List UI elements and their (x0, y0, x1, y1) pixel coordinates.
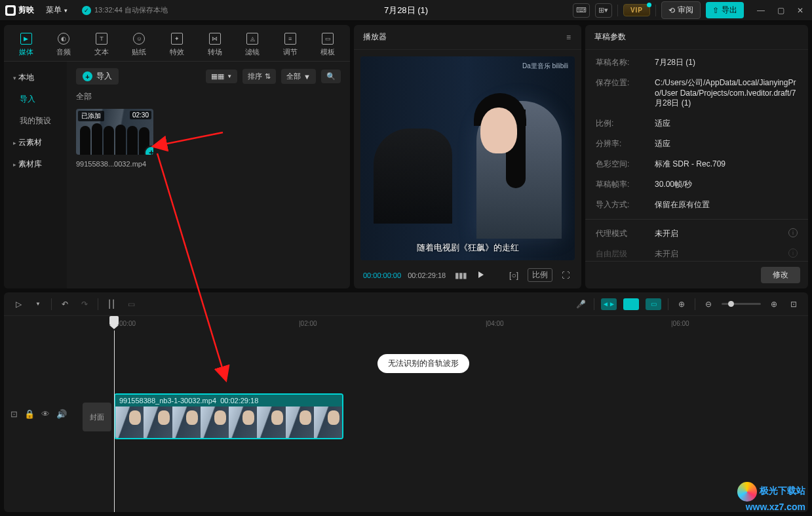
media-body: 本地 导入 我的预设 云素材 素材库 + 导入 ▦▦▼ 排序 ⇅ 全部 ▼ 🔍 (4, 62, 350, 288)
lock-icon[interactable]: 🔒 (24, 409, 35, 419)
snap-toggle-1[interactable]: ◄► (601, 298, 617, 310)
video-caption: 随着电视剧《狂飙》的走红 (360, 242, 575, 254)
zoom-out-icon[interactable]: ⊖ (702, 300, 715, 309)
tab-label: 音频 (56, 47, 71, 57)
redo-button[interactable]: ↷ (78, 300, 91, 309)
sidebar-import[interactable]: 导入 (4, 89, 67, 110)
info-icon[interactable]: i (788, 228, 798, 237)
timeline-right-tools: 🎤 ◄► ▭ ⊕ ⊖ ⊕ ⊡ (574, 298, 800, 310)
focus-icon[interactable]: [○] (507, 269, 521, 281)
text-icon: T (96, 33, 107, 45)
snap-toggle-3[interactable]: ▭ (646, 298, 661, 310)
ratio-button[interactable]: 比例 (528, 268, 552, 282)
tab-effects[interactable]: ✦特效 (159, 29, 195, 61)
keyboard-icon[interactable]: ⌨ (573, 3, 590, 18)
view-toggle[interactable]: ▦▦▼ (206, 69, 237, 83)
undo-button[interactable]: ↶ (58, 300, 71, 309)
review-icon: ⟲ (668, 6, 675, 15)
play-icon (478, 271, 484, 278)
sort-button[interactable]: 排序 ⇅ (242, 69, 276, 84)
sidebar-cloud[interactable]: 云素材 (4, 132, 67, 153)
tool-dropdown[interactable]: ▼ (31, 301, 45, 307)
logo-icon (5, 5, 16, 16)
export-button[interactable]: ⇧ 导出 (706, 2, 744, 18)
app-logo: 剪映 (5, 5, 34, 16)
separator (655, 5, 656, 16)
snap-toggle-2[interactable] (623, 298, 639, 310)
playhead-handle[interactable] (109, 316, 119, 329)
video-clip[interactable]: 991558388_nb3-1-30032.mp4 00:02:29:18 (114, 393, 343, 439)
cover-button[interactable]: 封面 (83, 403, 111, 431)
close-button[interactable]: ✕ (794, 6, 807, 15)
zoom-slider[interactable] (722, 303, 761, 305)
info-icon[interactable]: i (788, 248, 798, 258)
search-button[interactable]: 🔍 (321, 69, 341, 83)
maximize-button[interactable]: ▢ (774, 6, 787, 15)
audio-icon: ◐ (58, 33, 69, 45)
tab-sticker[interactable]: ☺贴纸 (121, 29, 158, 61)
tab-text[interactable]: T文本 (83, 29, 120, 61)
export-label: 导出 (722, 5, 737, 16)
total-time: 00:02:29:18 (408, 271, 446, 279)
menu-button[interactable]: 菜单 (41, 3, 73, 17)
tab-media[interactable]: ▶媒体 (8, 29, 45, 61)
tab-label: 特效 (170, 47, 184, 57)
edit-button[interactable]: 修改 (761, 267, 800, 283)
align-icon[interactable]: ⊕ (675, 300, 688, 309)
effects-icon: ✦ (171, 33, 183, 45)
prop-value: 7月28日 (1) (655, 57, 798, 68)
delete-tool[interactable]: ▭ (125, 300, 138, 309)
timeline-ruler[interactable]: 00:00 |02:00 |04:00 |06:00 (4, 316, 808, 330)
import-button[interactable]: + 导入 (76, 68, 119, 85)
site-logo-icon (737, 482, 757, 502)
prop-value: 未开启 (655, 248, 788, 260)
props-body: 草稿名称:7月28日 (1) 保存位置:C:/Users/公司/AppData/… (585, 50, 808, 261)
mic-icon[interactable]: 🎤 (574, 300, 587, 309)
warning-bubble: 无法识别的音轨波形 (377, 354, 469, 373)
player-viewport[interactable]: Da里音乐 bilibili 随着电视剧《狂飙》的走红 (360, 56, 575, 260)
minimize-button[interactable]: — (754, 6, 767, 15)
sidebar-library[interactable]: 素材库 (4, 153, 67, 175)
filter-all-button[interactable]: 全部 ▼ (281, 69, 316, 84)
split-tool[interactable]: ⎮⎮ (105, 300, 118, 309)
pointer-tool[interactable]: ▷ (12, 300, 25, 309)
filter-icon: ◬ (246, 33, 258, 45)
visibility-icon[interactable]: 👁 (41, 409, 50, 419)
mute-icon[interactable]: 🔊 (56, 409, 67, 419)
vip-badge[interactable]: VIP (623, 4, 650, 16)
timeline-body[interactable]: 无法识别的音轨波形 ⊡ 🔒 👁 🔊 封面 991558388_nb3-1-300… (4, 330, 808, 512)
upper-panels: ▶媒体 ◐音频 T文本 ☺贴纸 ✦特效 ⋈转场 ◬滤镜 ≡调节 ▭模板 本地 导… (0, 21, 812, 292)
prop-label: 色彩空间: (596, 159, 655, 170)
fullscreen-icon[interactable]: ⛶ (559, 269, 572, 281)
player-panel: 播放器 ≡ Da里音乐 bilibili 随着电视剧《狂飙》的走红 00:00:… (354, 25, 581, 288)
collapse-icon[interactable]: ⊡ (10, 409, 18, 419)
play-button[interactable] (476, 269, 486, 281)
tab-transition[interactable]: ⋈转场 (197, 29, 233, 61)
media-main: + 导入 ▦▦▼ 排序 ⇅ 全部 ▼ 🔍 全部 (67, 62, 350, 288)
bars-icon[interactable]: ▮▮▮ (452, 269, 469, 281)
fit-icon[interactable]: ⊡ (787, 300, 800, 309)
tab-filter[interactable]: ◬滤镜 (234, 29, 271, 61)
added-badge: 已添加 (78, 111, 104, 121)
tab-audio[interactable]: ◐音频 (46, 29, 83, 61)
media-thumbnail[interactable]: 已添加 02:30 + (76, 109, 153, 155)
player-menu-icon[interactable]: ≡ (566, 33, 572, 42)
prop-value: 30.00帧/秒 (655, 179, 798, 190)
separator (695, 298, 695, 310)
review-button[interactable]: ⟲ 审阅 (661, 1, 701, 19)
sidebar-local[interactable]: 本地 (4, 67, 67, 89)
layout-icon[interactable]: ⊞▾ (595, 3, 612, 18)
tab-template[interactable]: ▭模板 (310, 29, 347, 61)
tab-adjust[interactable]: ≡调节 (272, 29, 309, 61)
separator (98, 298, 98, 310)
grid-icon: ▦▦ (211, 72, 224, 81)
zoom-in-icon[interactable]: ⊕ (767, 300, 781, 309)
current-time: 00:00:00:00 (363, 271, 401, 279)
media-item[interactable]: 已添加 02:30 + 99155838...0032.mp4 (76, 109, 153, 168)
media-toolbar: + 导入 ▦▦▼ 排序 ⇅ 全部 ▼ 🔍 (76, 68, 341, 85)
section-all: 全部 (76, 91, 341, 102)
prop-label: 保存位置: (596, 77, 655, 109)
track-controls: ⊡ 🔒 👁 🔊 (10, 409, 67, 419)
sidebar-presets[interactable]: 我的预设 (4, 110, 67, 132)
playhead-line[interactable] (114, 330, 115, 512)
